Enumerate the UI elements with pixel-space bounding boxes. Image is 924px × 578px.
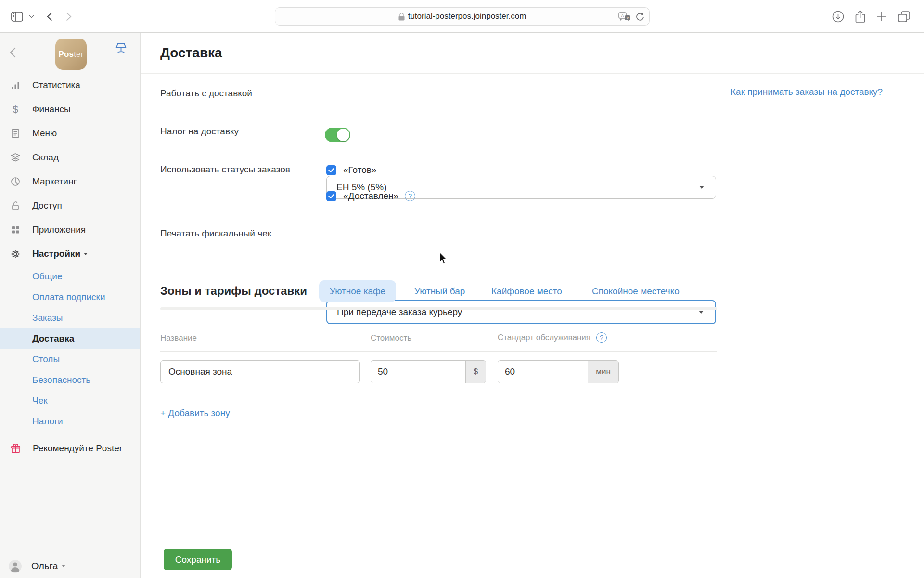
subnav-item-subscription[interactable]: Оплата подписки	[0, 287, 140, 307]
subnav-item-delivery[interactable]: Доставка	[0, 328, 140, 349]
main-content: Доставка Как принимать заказы на доставк…	[141, 33, 924, 578]
status-ready-label[interactable]: «Готов»	[343, 165, 376, 175]
tabs-track	[160, 307, 717, 310]
delivery-toggle[interactable]	[325, 128, 350, 142]
user-name: Ольга	[31, 561, 58, 572]
sidebar-item-finances[interactable]: $ Финансы	[0, 97, 140, 121]
browser-toolbar: tutorial-posterpos.joinposter.com A x	[0, 0, 924, 33]
page-title: Доставка	[160, 45, 222, 61]
svg-text:A: A	[621, 13, 624, 18]
reload-icon[interactable]	[636, 13, 644, 21]
tab-quiet-spot[interactable]: Спокойное местечко	[592, 286, 680, 297]
chevron-down-icon[interactable]	[29, 15, 34, 18]
sidebar-item-label: Маркетинг	[32, 176, 77, 187]
url-text: tutorial-posterpos.joinposter.com	[408, 12, 526, 21]
status-ready-checkbox[interactable]	[326, 165, 336, 175]
zone-cost-input[interactable]	[371, 361, 465, 383]
sidebar-item-menu[interactable]: Меню	[0, 121, 140, 145]
sidebar-item-warehouse[interactable]: Склад	[0, 145, 140, 170]
save-button[interactable]: Сохранить	[164, 549, 232, 570]
sidebar-item-access[interactable]: Доступ	[0, 194, 140, 218]
lock-open-icon	[11, 201, 20, 210]
sidebar-item-applications[interactable]: Приложения	[0, 218, 140, 242]
forward-icon[interactable]	[66, 12, 72, 21]
fiscal-receipt-label: Печатать фискальный чек	[160, 228, 271, 239]
delivery-tax-label: Налог на доставку	[160, 126, 239, 137]
subnav-item-orders[interactable]: Заказы	[0, 307, 140, 328]
order-statuses-label: Использовать статусы заказов	[160, 164, 290, 175]
tab-overview-icon[interactable]	[898, 11, 911, 23]
logo-text-bold: Pos	[58, 50, 74, 59]
promo-label: Рекомендуйте Poster	[33, 443, 122, 454]
new-tab-icon[interactable]	[876, 11, 887, 22]
logo-text-light: ter	[74, 50, 83, 59]
subnav-item-general[interactable]: Общие	[0, 266, 140, 287]
sidebar-item-label: Меню	[32, 128, 57, 139]
url-bar[interactable]: tutorial-posterpos.joinposter.com A x	[275, 7, 650, 26]
subnav-item-tables[interactable]: Столы	[0, 349, 140, 369]
sidebar-nav: Статистика $ Финансы Меню Склад Маркетин…	[0, 73, 140, 266]
sidebar-item-marketing[interactable]: Маркетинг	[0, 170, 140, 194]
sidebar-item-settings[interactable]: Настройки	[0, 242, 140, 266]
column-cost-header: Стоимость	[371, 333, 411, 343]
pos-terminal-icon[interactable]	[115, 42, 128, 54]
pie-icon	[11, 177, 20, 186]
sidebar-item-statistics[interactable]: Статистика	[0, 73, 140, 97]
zone-name-input[interactable]	[160, 360, 360, 383]
share-icon[interactable]	[855, 10, 866, 23]
user-menu-caret-icon	[62, 565, 65, 567]
user-menu[interactable]: Ольга	[0, 554, 140, 578]
currency-addon: $	[465, 361, 486, 383]
sidebar-toggle-icon[interactable]	[11, 12, 23, 22]
downloads-icon[interactable]	[832, 11, 844, 23]
row-divider	[160, 395, 717, 395]
sidebar-item-label: Приложения	[32, 224, 86, 235]
dollar-icon: $	[11, 105, 20, 114]
sidebar-item-label: Финансы	[32, 104, 71, 115]
gear-icon	[11, 249, 20, 259]
gift-icon	[11, 444, 21, 454]
settings-expand-caret-icon	[84, 253, 88, 255]
mouse-cursor	[439, 252, 449, 265]
how-to-accept-orders-link[interactable]: Как принимать заказы на доставку?	[731, 87, 883, 97]
collapse-sidebar-icon[interactable]	[10, 47, 16, 58]
document-icon	[11, 129, 20, 138]
add-zone-link[interactable]: + Добавить зону	[160, 408, 230, 419]
sidebar-item-label: Статистика	[32, 80, 80, 91]
select-caret-icon	[699, 311, 704, 314]
poster-logo[interactable]: Poster	[55, 39, 87, 70]
table-divider	[160, 351, 717, 352]
column-standard-header: Стандарт обслуживания	[498, 333, 590, 342]
layers-icon	[11, 153, 20, 162]
avatar	[9, 560, 22, 573]
column-name-header: Название	[160, 333, 197, 343]
subnav-item-taxes[interactable]: Налоги	[0, 411, 140, 432]
settings-subnav: Общие Оплата подписки Заказы Доставка Ст…	[0, 266, 140, 432]
translate-icon[interactable]: A x	[618, 12, 631, 22]
zone-cost-group: $	[371, 360, 486, 383]
toggle-knob	[337, 129, 349, 141]
recommend-poster-link[interactable]: Рекомендуйте Poster	[0, 436, 140, 460]
apps-grid-icon	[11, 225, 20, 235]
lock-icon	[398, 13, 405, 21]
fiscal-receipt-select[interactable]: При передаче заказа курьеру	[326, 300, 716, 324]
zone-standard-input[interactable]	[498, 361, 588, 383]
subnav-item-receipt[interactable]: Чек	[0, 390, 140, 411]
service-standard-help-icon[interactable]: ?	[596, 332, 607, 343]
back-icon[interactable]	[47, 12, 52, 21]
tab-cozy-bar[interactable]: Уютный бар	[414, 286, 465, 297]
zones-section-title: Зоны и тарифы доставки	[160, 284, 307, 298]
status-delivered-label[interactable]: «Доставлен»	[343, 191, 398, 201]
sidebar-item-label: Склад	[32, 152, 59, 163]
work-with-delivery-label: Работать с доставкой	[160, 88, 252, 99]
delivered-help-icon[interactable]: ?	[405, 191, 415, 201]
subnav-item-security[interactable]: Безопасность	[0, 369, 140, 390]
zone-standard-group: мин	[498, 360, 619, 383]
sidebar: Poster Статистика $ Финансы Меню	[0, 33, 141, 578]
select-caret-icon	[699, 186, 704, 189]
minutes-addon: мин	[588, 361, 618, 383]
bar-chart-icon	[11, 80, 20, 90]
tab-cozy-cafe[interactable]: Уютное кафе	[319, 280, 396, 302]
tab-nice-place[interactable]: Кайфовое место	[491, 286, 562, 297]
status-delivered-checkbox[interactable]	[326, 191, 336, 201]
